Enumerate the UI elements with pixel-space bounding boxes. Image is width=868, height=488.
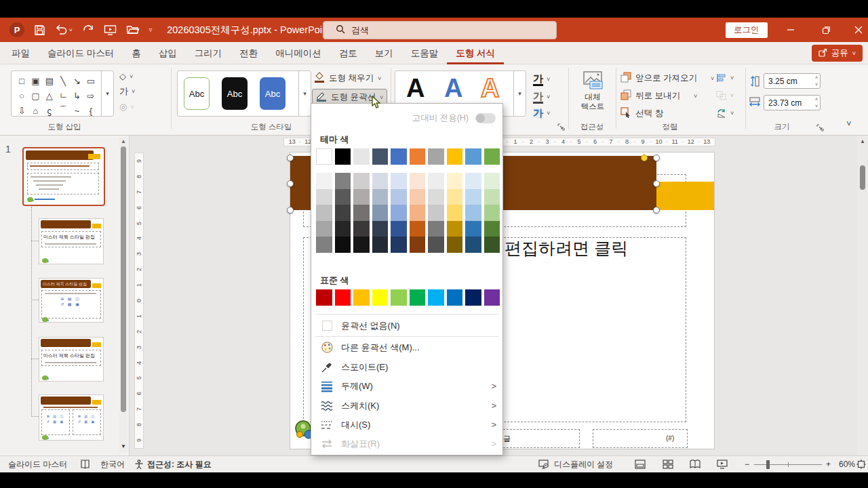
master-thumbnail[interactable] (22, 147, 105, 206)
standard-color-swatch[interactable] (410, 289, 426, 306)
tab-도형 서식[interactable]: 도형 서식 (447, 42, 504, 64)
wordart-more-icon[interactable]: ▾ (513, 71, 526, 116)
align-objects-button[interactable]: ˅ (716, 73, 734, 83)
accessibility-status[interactable]: 접근성: 조사 필요 (147, 456, 212, 472)
theme-variant-swatch[interactable] (391, 205, 407, 221)
spellcheck-icon[interactable] (80, 456, 90, 472)
scroll-down-icon[interactable]: ▼ (121, 443, 126, 449)
slideshow-icon[interactable] (104, 24, 117, 36)
theme-variant-swatch[interactable] (372, 189, 389, 205)
shape-style-more-icon[interactable]: ▾ (298, 71, 311, 116)
layout-thumbnail[interactable]: ⊞ ▤ ◫↺ ▦ ▣ ⊞ ▤ ◫↺ ▦ ▣ (39, 394, 104, 441)
shape-icon[interactable]: { (86, 104, 96, 117)
theme-variant-swatch[interactable] (410, 189, 426, 205)
theme-variant-swatch[interactable] (447, 221, 463, 237)
shape-width-input[interactable]: 23.73 cm˄˅ (764, 95, 821, 110)
wordart-orange-outline[interactable]: A (481, 74, 499, 103)
shape-icon[interactable]: ↳ (72, 89, 81, 102)
restore-button[interactable] (812, 18, 840, 42)
theme-variant-swatch[interactable] (484, 189, 500, 205)
width-stepper[interactable]: ˄˅ (815, 96, 818, 110)
open-folder-icon[interactable] (126, 24, 140, 35)
theme-variant-swatch[interactable] (316, 221, 332, 237)
shape-gallery-more-icon[interactable]: ▾ (101, 71, 113, 116)
theme-variant-swatch[interactable] (335, 205, 351, 221)
shape-gallery[interactable]: □▣▤╲↘▭○▢△ㄴ↳⇨⇩⌂ϛ⌒~{ ▾ (11, 70, 114, 117)
collapse-ribbon-icon[interactable]: ˅ (846, 119, 852, 129)
draw-textbox-button[interactable]: 가˅ (119, 85, 135, 98)
shape-icon[interactable]: ⇩ (17, 104, 26, 117)
shape-icon[interactable]: ㄴ (58, 89, 68, 102)
theme-variant-swatch[interactable] (410, 173, 426, 189)
shape-icon[interactable]: △ (45, 89, 54, 102)
theme-variant-swatch[interactable] (447, 205, 463, 221)
theme-variant-swatch[interactable] (410, 221, 426, 237)
zoom-slider[interactable] (754, 456, 822, 472)
menu-item-sketch[interactable]: 스케치(K)> (311, 396, 504, 415)
qat-customize-icon[interactable]: ▿ (149, 26, 153, 33)
shape-icon[interactable]: ○ (17, 89, 26, 102)
tab-그리기[interactable]: 그리기 (186, 42, 231, 64)
shape-height-input[interactable]: 3.25 cm˄˅ (764, 73, 821, 89)
theme-color-swatch[interactable] (410, 148, 426, 165)
tab-슬라이드 마스터[interactable]: 슬라이드 마스터 (39, 42, 123, 64)
display-settings[interactable]: 디스플레이 설정 (538, 456, 613, 472)
slide-sorter-icon[interactable] (663, 456, 673, 472)
theme-variant-swatch[interactable] (391, 221, 407, 237)
rotate-handle[interactable] (641, 155, 648, 161)
theme-variant-swatch[interactable] (372, 221, 389, 237)
theme-variant-swatch[interactable] (484, 237, 500, 253)
resize-handle[interactable] (653, 207, 660, 214)
standard-color-swatch[interactable] (447, 289, 463, 306)
tab-홈[interactable]: 홈 (123, 42, 150, 64)
theme-variant-swatch[interactable] (410, 237, 426, 253)
layout-thumbnail[interactable]: 마스터 제목 스타일 편집 (39, 337, 104, 382)
wordart-black[interactable]: A (406, 74, 425, 103)
theme-variant-swatch[interactable] (391, 189, 407, 205)
theme-variant-swatch[interactable] (335, 221, 351, 237)
shape-fill-button[interactable]: 도형 채우기˅ (314, 72, 381, 85)
standard-color-swatch[interactable] (372, 289, 389, 306)
shape-icon[interactable]: ▭ (86, 75, 96, 87)
layout-thumbnail[interactable]: 마스터 제목 스타일 편집 ⊞ ▤ ◫↺ ▦ ▣ (39, 278, 104, 323)
shape-icon[interactable]: ~ (72, 104, 81, 117)
theme-variant-swatch[interactable] (353, 221, 370, 237)
share-button[interactable]: 공유 ˅ (812, 45, 863, 62)
theme-color-swatch[interactable] (391, 148, 407, 165)
shape-icon[interactable]: ϛ (45, 104, 54, 117)
tab-파일[interactable]: 파일 (3, 42, 39, 64)
theme-variant-swatch[interactable] (353, 189, 370, 205)
rotate-objects-button[interactable]: ˅ (716, 108, 734, 118)
shape-icon[interactable]: ▢ (31, 89, 40, 102)
theme-color-swatch[interactable] (353, 148, 370, 165)
theme-color-swatch[interactable] (316, 148, 332, 165)
minimize-button[interactable] (777, 18, 804, 42)
theme-variant-swatch[interactable] (316, 173, 332, 189)
selection-pane-button[interactable]: 선택 창 (620, 107, 663, 120)
search-input[interactable]: 검색 (323, 21, 557, 39)
wordart-blue[interactable]: A (444, 74, 462, 103)
menu-item-eyedropper[interactable]: 스포이트(E) (311, 357, 504, 377)
canvas-scrollbar[interactable]: ▲ (857, 136, 868, 455)
tab-보기[interactable]: 보기 (366, 42, 402, 64)
redo-icon[interactable] (82, 24, 94, 36)
standard-color-swatch[interactable] (391, 289, 407, 306)
shape-icon[interactable]: ╲ (58, 75, 68, 87)
zoom-in-button[interactable]: + (826, 456, 831, 472)
theme-variant-swatch[interactable] (447, 237, 463, 253)
canvas-scrollbar-thumb[interactable] (860, 165, 865, 190)
shape-icon[interactable]: ⇨ (86, 89, 96, 102)
theme-variant-swatch[interactable] (484, 205, 500, 221)
fit-to-window-icon[interactable] (856, 456, 866, 472)
shape-style-blue[interactable]: Abc (260, 77, 285, 110)
shape-icon[interactable]: ⌒ (58, 104, 68, 117)
theme-variant-swatch[interactable] (465, 205, 481, 221)
theme-variant-swatch[interactable] (410, 205, 426, 221)
login-button[interactable]: 로그인 (726, 22, 768, 38)
text-fill-button[interactable]: 가˅ (533, 73, 550, 86)
menu-item-weight[interactable]: 두께(W)> (311, 376, 504, 396)
theme-variant-swatch[interactable] (353, 173, 370, 189)
theme-color-swatch[interactable] (447, 148, 463, 165)
theme-variant-swatch[interactable] (335, 173, 351, 189)
menu-item-no-outline[interactable]: 윤곽선 없음(N) (311, 316, 504, 336)
